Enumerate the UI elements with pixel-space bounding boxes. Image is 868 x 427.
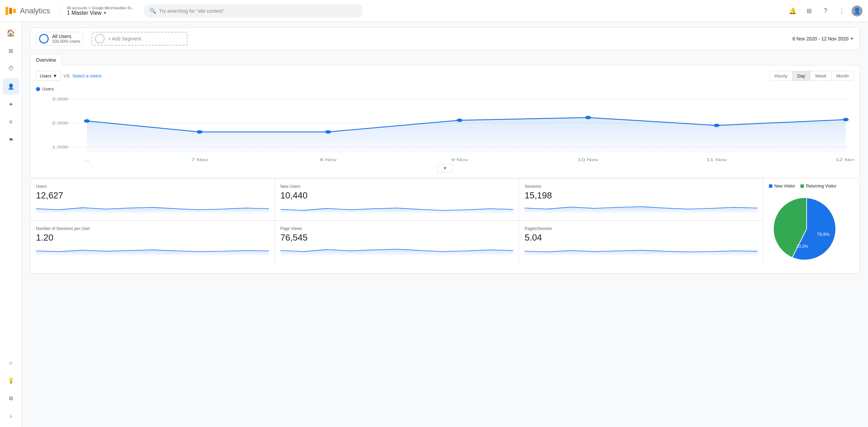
add-segment-button[interactable]: + Add Segment [92, 32, 188, 46]
segment-info: All Users 100.00% Users [52, 34, 80, 44]
nav-actions: 🔔 ⊞ ? ⋮ 👤 [786, 4, 863, 18]
data-point-5 [714, 124, 720, 127]
pie-section: New Visitor Returning Visitor [763, 178, 859, 273]
search-bar[interactable]: 🔍 Try searching for "site content" [144, 4, 363, 18]
metric-new-users-sparkline [280, 204, 514, 214]
metric-pages-per-session: Pages/Session 5.04 [519, 221, 763, 263]
pie-legend-new-visitor: New Visitor [769, 184, 795, 188]
sidebar-item-acquisition[interactable]: ✦ [3, 96, 19, 112]
pie-chart-svg: 76.8% 23.2% [769, 191, 844, 267]
metric-new-users-value: 10,440 [280, 190, 514, 201]
main-content: All Users 100.00% Users + Add Segment 6 … [22, 22, 868, 427]
logo-bar-2 [9, 8, 12, 14]
chart-expand-button[interactable]: ▼ [437, 164, 453, 172]
metric-sessions-per-user-sparkline [36, 246, 269, 256]
time-btn-month[interactable]: Month [831, 71, 854, 81]
pie-dot-new-visitor [769, 184, 772, 188]
data-point-4 [585, 116, 591, 119]
pie-legend-returning-visitor-label: Returning Visitor [806, 184, 836, 188]
data-point-3 [457, 119, 462, 122]
pie-label-new-visitor: 76.8% [817, 232, 830, 237]
primary-metric-dropdown[interactable]: Users ▼ [36, 71, 61, 81]
svg-text:12 Nov: 12 Nov [835, 158, 854, 162]
sidebar-item-conversions[interactable]: ⚑ [3, 132, 19, 148]
sidebar-item-search2[interactable]: ⌕ [3, 354, 19, 371]
legend-label: Users [42, 86, 54, 92]
add-segment-label: + Add Segment [108, 36, 141, 41]
sidebar-item-audience[interactable]: 👤 [3, 78, 19, 95]
time-btn-day[interactable]: Day [792, 71, 810, 81]
sidebar-item-home[interactable]: 🏠 [3, 25, 19, 41]
date-range-arrow: ▼ [850, 36, 854, 41]
time-btn-week[interactable]: Week [810, 71, 831, 81]
chart-container: 3,000 2,000 1,000 [36, 94, 854, 163]
chart-panel: Users ▼ VS Select a metric Hourly Day We… [30, 65, 860, 178]
date-range-label: 6 Nov 2020 - 12 Nov 2020 [793, 36, 848, 41]
all-users-segment[interactable]: All Users 100.00% Users [36, 32, 83, 46]
metric-pages-per-session-value: 5.04 [525, 232, 758, 243]
sidebar-item-realtime[interactable]: ⏱ [3, 60, 19, 77]
svg-marker-14 [280, 208, 514, 214]
nav-divider [60, 5, 60, 16]
metric-page-views: Page Views 76,545 [275, 221, 519, 263]
metric-users-sparkline [36, 204, 269, 214]
pie-label-returning-visitor: 23.2% [796, 244, 808, 249]
metric-sessions-value: 15,198 [525, 190, 758, 201]
view-dropdown-arrow: ▼ [103, 11, 107, 15]
segment-bar: All Users 100.00% Users + Add Segment 6 … [30, 27, 860, 50]
select-metric-link[interactable]: Select a metric [72, 73, 102, 78]
metric-new-users-label: New Users [280, 184, 514, 189]
view-selector[interactable]: 1 Master View ▼ [67, 10, 134, 16]
pie-dot-returning-visitor [800, 184, 804, 188]
segment-left: All Users 100.00% Users + Add Segment [36, 32, 787, 46]
view-name: 1 Master View [67, 10, 101, 16]
metric-sessions-per-user: Number of Sessions per User 1.20 [31, 221, 275, 263]
chart-expand-area: ▼ [36, 164, 854, 172]
search-icon: 🔍 [149, 8, 156, 14]
segment-circle-empty [95, 34, 105, 44]
metric-sessions: Sessions 15,198 [519, 179, 763, 220]
metric-pages-per-session-sparkline [525, 246, 758, 256]
chart-area [87, 118, 846, 152]
search-placeholder: Try searching for "site content" [159, 8, 224, 14]
metric-left: Users ▼ VS Select a metric [36, 71, 102, 81]
sidebar-item-expand[interactable]: › [3, 408, 19, 424]
metrics-row-2: Number of Sessions per User 1.20 Page Vi… [31, 220, 763, 263]
sidebar-item-customization[interactable]: ⊞ [3, 42, 19, 59]
notifications-button[interactable]: 🔔 [786, 4, 799, 18]
data-point-2 [325, 130, 331, 134]
svg-text:11 Nov: 11 Nov [707, 158, 727, 162]
data-point-0 [84, 119, 90, 123]
segment-sub: 100.00% Users [52, 39, 80, 44]
sidebar-item-behavior[interactable]: ≡ [3, 114, 19, 130]
apps-button[interactable]: ⊞ [802, 4, 816, 18]
help-button[interactable]: ? [819, 4, 832, 18]
metric-sessions-label: Sessions [525, 184, 758, 189]
avatar[interactable]: 👤 [852, 5, 863, 16]
top-navigation: Analytics All accounts > Google Merchand… [0, 0, 868, 22]
metric-page-views-value: 76,545 [280, 232, 514, 243]
metric-pages-per-session-label: Pages/Session [525, 226, 758, 231]
metric-vs-label: VS [64, 73, 70, 78]
metric-new-users: New Users 10,440 [275, 179, 519, 220]
app-logo [5, 7, 16, 15]
svg-text:2,000: 2,000 [52, 121, 68, 125]
metrics-row-1: Users 12,627 New Users 10,440 [31, 178, 763, 220]
metric-page-views-label: Page Views [280, 226, 514, 231]
sidebar-item-insights[interactable]: 💡 [3, 372, 19, 389]
metric-dropdown-arrow: ▼ [53, 73, 57, 78]
metric-users-label: Users [36, 184, 269, 189]
app-title: Analytics [20, 7, 50, 15]
metrics-section: Users 12,627 New Users 10,440 [30, 178, 860, 273]
overview-tab[interactable]: Overview [30, 54, 62, 65]
more-options-button[interactable]: ⋮ [835, 4, 849, 18]
date-range-picker[interactable]: 6 Nov 2020 - 12 Nov 2020 ▼ [793, 36, 854, 41]
breadcrumb-top: All accounts > Google Merchandise St... [67, 6, 134, 10]
sidebar: 🏠 ⊞ ⏱ 👤 ✦ ≡ ⚑ ⌕ 💡 ⚙ › [0, 22, 22, 427]
breadcrumb-area: All accounts > Google Merchandise St... … [67, 6, 134, 16]
time-btn-hourly[interactable]: Hourly [770, 71, 792, 81]
data-point-6 [843, 118, 849, 121]
metric-users: Users 12,627 [31, 179, 275, 220]
svg-text:8 Nov: 8 Nov [320, 158, 337, 162]
sidebar-item-settings[interactable]: ⚙ [3, 390, 19, 406]
